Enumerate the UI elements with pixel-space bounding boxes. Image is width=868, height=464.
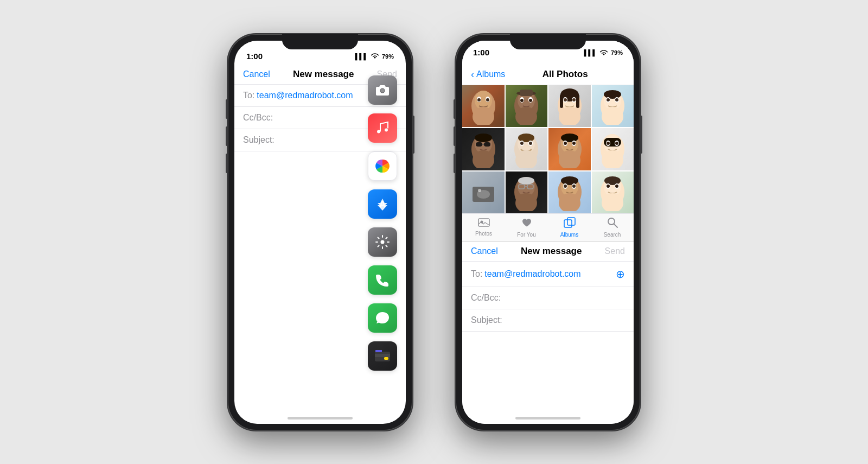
svg-rect-47 [484,142,490,147]
tab-search-label: Search [604,232,621,238]
svg-rect-8 [375,350,382,352]
svg-point-76 [478,189,481,192]
cancel-button-right[interactable]: Cancel [471,246,498,256]
face-4 [596,87,629,125]
photo-cell-11[interactable] [548,171,591,214]
svg-rect-103 [567,218,575,225]
albums-tab-icon [564,217,576,231]
add-recipient-button[interactable]: ⊕ [616,268,625,281]
photos-section: 1:00 ▌▌▌ 79% ‹ Album [462,41,634,241]
music-icon[interactable] [368,113,397,143]
svg-point-72 [615,142,618,145]
tab-search[interactable]: Search [591,214,634,241]
svg-point-79 [518,177,534,185]
svg-point-60 [561,134,578,142]
photos-tab-bar: Photos For You [462,213,634,241]
appstore-icon[interactable]: A [368,189,397,219]
photos-nav: ‹ Albums All Photos [462,65,634,85]
photo-cell-10[interactable] [506,171,548,214]
photo-cell-5[interactable] [462,128,505,170]
photo-cell-8[interactable] [592,128,634,170]
face-6 [510,130,542,168]
screen-left: 1:00 ▌▌▌ 79% Cancel New message Send [234,41,406,424]
send-button-right[interactable]: Send [605,246,625,256]
tab-albums-label: Albums [560,232,578,238]
svg-point-97 [607,185,610,188]
svg-point-41 [615,98,618,101]
subject-label-right: Subject: [471,315,502,325]
svg-point-56 [529,142,532,145]
mail-section: Cancel New message Send To: team@redmadr… [462,241,634,424]
svg-line-105 [614,224,617,227]
face-11 [553,173,586,211]
svg-point-55 [520,142,524,145]
compose-title-right: New message [521,246,582,257]
subject-label-left: Subject: [243,135,275,145]
face-3 [553,87,586,125]
photo-cell-6[interactable] [506,128,548,170]
cancel-button-left[interactable]: Cancel [243,69,270,79]
svg-point-90 [572,185,576,188]
for-you-tab-icon [521,217,532,231]
photo-cell-12[interactable] [592,171,634,214]
messages-icon[interactable] [368,303,397,333]
svg-point-32 [564,98,567,101]
albums-back-button[interactable]: ‹ Albums [471,69,505,80]
photo-cell-2[interactable] [506,85,548,128]
to-value-right: team@redmadrobot.com [484,269,580,279]
subject-field-right[interactable]: Subject: [462,309,634,332]
face-1 [467,87,500,125]
cc-field-right[interactable]: Cc/Bcc: [462,287,634,309]
screen-right: 1:00 ▌▌▌ 79% ‹ Album [462,41,634,424]
face-2 [510,87,542,125]
settings-icon[interactable] [368,227,397,257]
svg-point-64 [572,142,576,145]
svg-point-22 [520,99,524,102]
tab-albums[interactable]: Albums [548,214,591,241]
photo-cell-9[interactable] [462,171,505,214]
svg-point-98 [615,185,618,188]
signal-icon-left: ▌▌▌ [355,53,368,60]
screen-split: 1:00 ▌▌▌ 79% ‹ Album [462,41,634,424]
svg-rect-46 [476,142,482,147]
face-10 [510,173,542,211]
svg-point-14 [486,98,489,101]
photo-cell-7[interactable] [548,128,591,170]
svg-point-23 [529,99,532,102]
share-sheet: A [359,65,406,382]
photo-cell-3[interactable] [548,85,591,128]
phone-icon[interactable] [368,265,397,295]
face-5 [467,130,500,168]
svg-rect-29 [576,94,579,108]
status-icons-right: ▌▌▌ 79% [584,49,623,56]
home-indicator-right [515,417,580,419]
face-12 [596,173,629,211]
photos-title: All Photos [542,69,588,80]
svg-point-1 [381,88,385,92]
photo-cell-1[interactable] [462,85,505,128]
camera-icon[interactable] [368,75,397,105]
svg-point-52 [518,134,534,142]
wallet-icon[interactable] [368,341,397,371]
to-field-right[interactable]: To: team@redmadrobot.com ⊕ [462,262,634,287]
status-icons-left: ▌▌▌ 79% [355,53,394,60]
mail-nav-right: Cancel New message Send [462,241,634,262]
wifi-icon-left [371,53,379,60]
cc-label-right: Cc/Bcc: [471,293,501,303]
svg-text:A: A [379,200,386,209]
svg-point-63 [564,142,567,145]
compose-title-left: New message [293,69,354,80]
tab-photos-label: Photos [475,231,492,237]
tab-for-you[interactable]: For You [505,214,548,241]
notch-left [282,34,358,49]
svg-rect-6 [384,357,388,360]
photos-tab-icon [478,217,490,230]
tab-photos[interactable]: Photos [462,214,505,241]
wifi-icon-right [599,49,608,56]
svg-rect-19 [520,90,533,96]
notch-right [510,34,586,49]
tab-for-you-label: For You [517,232,535,238]
photo-cell-4[interactable] [592,85,634,128]
photos-icon[interactable] [368,151,397,181]
home-indicator-left [288,417,353,419]
